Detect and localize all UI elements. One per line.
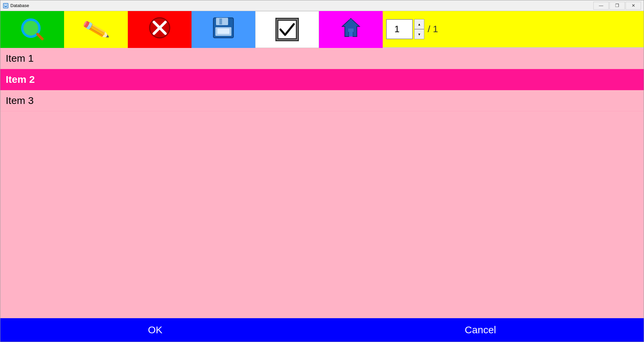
ok-button[interactable]: OK	[135, 321, 176, 339]
search-button[interactable]	[0, 11, 64, 48]
check-button[interactable]	[255, 11, 319, 48]
svg-rect-14	[350, 19, 352, 21]
delete-button[interactable]	[128, 11, 192, 48]
search-icon	[20, 18, 44, 41]
minimize-button[interactable]: —	[593, 2, 609, 10]
svg-rect-7	[219, 18, 222, 24]
svg-rect-9	[217, 28, 229, 34]
list-item[interactable]: Item 3	[0, 90, 644, 111]
save-button[interactable]	[192, 11, 255, 48]
list-item[interactable]: Item 2	[0, 69, 644, 90]
toolbar: ✏️	[0, 11, 644, 48]
app-icon	[3, 3, 8, 8]
window-controls: — ❐ ✕	[593, 2, 641, 10]
page-input[interactable]: 1	[386, 19, 413, 39]
title-bar: Database — ❐ ✕	[0, 0, 644, 11]
pencil-icon: ✏️	[82, 17, 110, 42]
check-icon	[275, 18, 299, 41]
save-icon	[212, 16, 235, 43]
home-button[interactable]	[319, 11, 383, 48]
svg-rect-13	[348, 28, 354, 32]
close-button[interactable]: ✕	[626, 2, 641, 10]
window-title: Database	[10, 3, 593, 8]
svg-rect-1	[5, 5, 7, 6]
main-window: Database — ❐ ✕ ✏️	[0, 0, 644, 342]
pagination-area: 1 ▲ ▼ / 1	[383, 11, 644, 47]
edit-button[interactable]: ✏️	[64, 11, 128, 48]
page-total: / 1	[426, 24, 438, 35]
cancel-button[interactable]: Cancel	[451, 321, 509, 339]
maximize-button[interactable]: ❐	[609, 2, 625, 10]
page-spinner: ▲ ▼	[414, 19, 424, 39]
content-area: Item 1 Item 2 Item 3	[0, 48, 644, 318]
home-icon	[339, 16, 362, 43]
delete-icon	[148, 16, 171, 43]
page-down-button[interactable]: ▼	[414, 29, 424, 39]
svg-rect-12	[349, 31, 353, 37]
list-item[interactable]: Item 1	[0, 48, 644, 69]
bottom-bar: OK Cancel	[0, 318, 644, 342]
page-up-button[interactable]: ▲	[414, 19, 424, 29]
